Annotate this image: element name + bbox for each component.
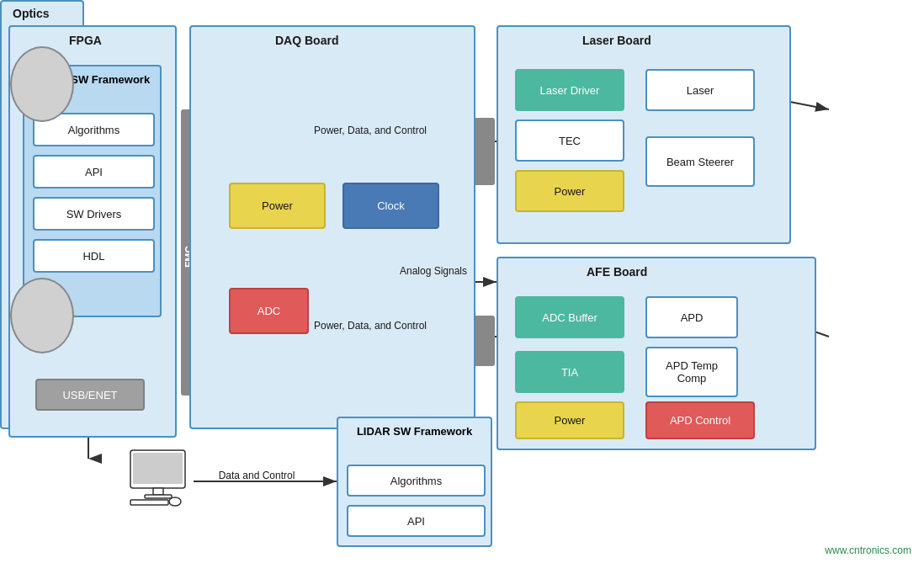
fpga-label: FPGA: [69, 34, 102, 47]
beam-steerer-box: Beam Steerer: [645, 136, 755, 187]
power-laser-box: Power: [515, 170, 624, 212]
daq-board: DAQ Board Power Clock ADC: [189, 25, 475, 429]
tia-box: TIA: [515, 351, 624, 393]
laser-driver-box: Laser Driver: [515, 69, 624, 111]
lidar-sw-framework-pc-label: LIDAR SW Framework: [338, 418, 491, 444]
power-data-control-top-label: Power, Data, and Control: [261, 125, 480, 136]
svg-rect-15: [130, 450, 185, 488]
clock-daq-box: Clock: [343, 183, 439, 229]
optics-lens-top: [10, 46, 74, 122]
data-and-control-label: Data and Control: [198, 470, 316, 481]
power-afe-box: Power: [515, 401, 624, 439]
apd-control-box: APD Control: [645, 401, 755, 439]
svg-point-20: [169, 497, 181, 506]
analog-signals-label: Analog Signals: [374, 265, 492, 277]
laser-board: Laser Board Laser Driver TEC Power Laser…: [497, 25, 791, 244]
api-pc-box: API: [347, 505, 486, 537]
svg-rect-17: [153, 488, 163, 495]
optics-label: Optics: [13, 7, 50, 20]
laser-box: Laser: [645, 69, 755, 111]
hdl-box: HDL: [33, 239, 155, 273]
power-data-control-bottom-label: Power, Data, and Control: [261, 320, 480, 332]
laser-board-label: Laser Board: [582, 34, 651, 47]
apd-box: APD: [645, 296, 738, 338]
svg-rect-16: [133, 453, 183, 484]
watermark: www.cntronics.com: [825, 544, 911, 556]
tec-box: TEC: [515, 120, 624, 162]
usb-enet-box: USB/ENET: [35, 379, 145, 411]
daq-label: DAQ Board: [275, 34, 338, 47]
adc-buffer-box: ADC Buffer: [515, 296, 624, 338]
power-daq-box: Power: [229, 183, 326, 229]
optics-lens-bottom: [10, 278, 74, 353]
apd-temp-comp-box: APD Temp Comp: [645, 347, 738, 397]
afe-board-label: AFE Board: [587, 265, 647, 279]
algorithms-pc-box: Algorithms: [347, 465, 486, 497]
api-fpga-box: API: [33, 155, 155, 189]
svg-rect-18: [145, 495, 172, 498]
svg-rect-19: [130, 500, 168, 505]
sw-drivers-box: SW Drivers: [33, 197, 155, 231]
diagram: FMC FPGA LIDAR SW Framework Algorithms A…: [0, 0, 924, 563]
afe-board: AFE Board ADC Buffer APD TIA APD Temp Co…: [497, 257, 816, 450]
lidar-sw-framework-pc-box: LIDAR SW Framework Algorithms API: [337, 417, 492, 547]
